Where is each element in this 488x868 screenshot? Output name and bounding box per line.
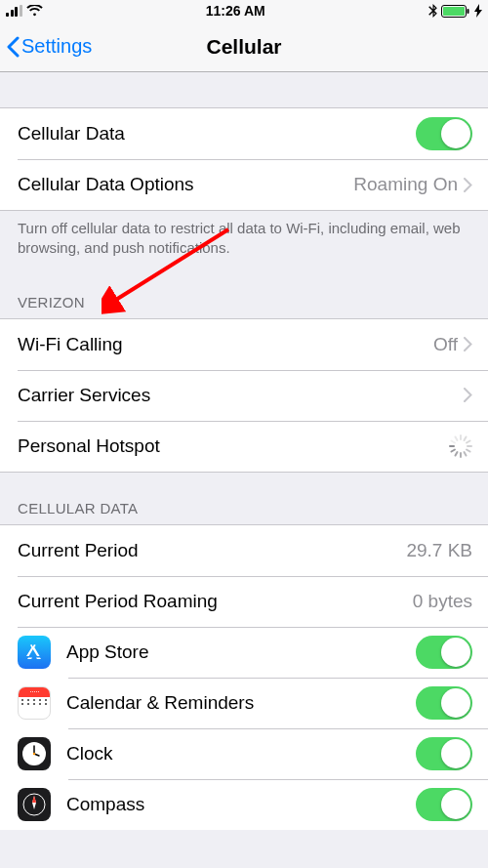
app-label: Compass xyxy=(66,794,416,815)
status-time: 11:26 AM xyxy=(206,3,265,19)
app-label: Clock xyxy=(66,743,416,765)
status-bar: 11:26 AM xyxy=(0,0,488,21)
cellular-footer: Turn off cellular data to restrict all d… xyxy=(0,211,488,276)
app-label: App Store xyxy=(66,641,416,663)
app-store-icon xyxy=(18,636,51,669)
svg-rect-2 xyxy=(467,9,468,14)
carrier-services-row[interactable]: Carrier Services xyxy=(0,370,488,421)
cellular-data-label: Cellular Data xyxy=(18,123,416,145)
personal-hotspot-row[interactable]: Personal Hotspot xyxy=(0,421,488,472)
chevron-right-icon xyxy=(464,178,472,192)
cellular-signal-icon xyxy=(6,5,22,17)
cellular-data-options-row[interactable]: Cellular Data Options Roaming On xyxy=(0,159,488,210)
current-period-value: 29.7 KB xyxy=(406,540,472,561)
chevron-left-icon xyxy=(6,36,20,58)
cellular-data-toggle[interactable] xyxy=(416,117,472,150)
app-toggle[interactable] xyxy=(416,636,472,669)
app-row-compass[interactable]: Compass xyxy=(0,779,488,830)
compass-icon xyxy=(18,788,51,821)
page-title: Cellular xyxy=(206,35,281,59)
battery-icon xyxy=(441,5,470,18)
current-period-roaming-value: 0 bytes xyxy=(413,591,472,612)
charging-icon xyxy=(474,4,482,18)
clock-icon xyxy=(18,737,51,770)
carrier-services-label: Carrier Services xyxy=(18,385,464,406)
chevron-right-icon xyxy=(464,388,472,402)
app-toggle[interactable] xyxy=(416,686,472,720)
loading-spinner-icon xyxy=(449,434,472,458)
app-row-appstore[interactable]: App Store xyxy=(0,627,488,678)
calendar-icon xyxy=(18,686,51,720)
cellular-data-row[interactable]: Cellular Data xyxy=(0,108,488,159)
current-period-row: Current Period 29.7 KB xyxy=(0,525,488,576)
personal-hotspot-label: Personal Hotspot xyxy=(18,435,449,457)
cellular-data-options-label: Cellular Data Options xyxy=(18,174,353,195)
wifi-calling-value: Off xyxy=(433,334,458,355)
carrier-group: Wi-Fi Calling Off Carrier Services Perso… xyxy=(0,318,488,473)
app-toggle[interactable] xyxy=(416,788,472,821)
carrier-header: VERIZON xyxy=(0,276,488,318)
chevron-right-icon xyxy=(464,337,472,351)
cellular-data-options-value: Roaming On xyxy=(353,174,458,195)
nav-bar: Settings Cellular xyxy=(0,21,488,72)
current-period-label: Current Period xyxy=(18,540,406,561)
current-period-roaming-row: Current Period Roaming 0 bytes xyxy=(0,576,488,627)
current-period-roaming-label: Current Period Roaming xyxy=(18,591,413,612)
bluetooth-icon xyxy=(428,4,437,18)
back-button[interactable]: Settings xyxy=(6,35,92,58)
wifi-icon xyxy=(26,5,43,17)
cellular-data-header: CELLULAR DATA xyxy=(0,473,488,524)
app-toggle[interactable] xyxy=(416,737,472,770)
svg-rect-1 xyxy=(443,7,465,16)
wifi-calling-label: Wi-Fi Calling xyxy=(18,334,433,355)
cellular-group: Cellular Data Cellular Data Options Roam… xyxy=(0,107,488,211)
svg-point-6 xyxy=(33,752,35,754)
app-row-calendar[interactable]: Calendar & Reminders xyxy=(0,678,488,728)
wifi-calling-row[interactable]: Wi-Fi Calling Off xyxy=(0,319,488,370)
cellular-data-group: Current Period 29.7 KB Current Period Ro… xyxy=(0,524,488,830)
back-label: Settings xyxy=(21,35,92,58)
app-label: Calendar & Reminders xyxy=(66,692,416,714)
app-row-clock[interactable]: Clock xyxy=(0,728,488,779)
